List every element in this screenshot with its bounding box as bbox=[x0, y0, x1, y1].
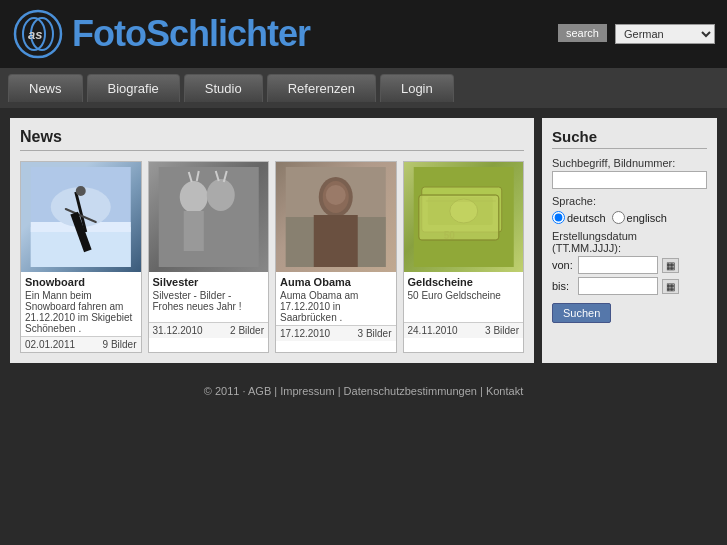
radio-deutsch-label: deutsch bbox=[567, 212, 606, 224]
gallery-thumb-silvester bbox=[149, 162, 269, 272]
svg-point-12 bbox=[179, 181, 207, 213]
gallery-date-obama: 17.12.2010 bbox=[280, 328, 330, 339]
content-wrapper: News Snowboard Ein M bbox=[0, 108, 727, 373]
bis-calendar-icon[interactable]: ▦ bbox=[662, 279, 679, 294]
svg-rect-23 bbox=[314, 215, 358, 267]
svg-rect-6 bbox=[31, 222, 131, 232]
logo-area: as FotoSchlichter bbox=[12, 8, 310, 60]
silvester-thumb-svg bbox=[149, 167, 269, 267]
footer-copyright: © 2011 · bbox=[204, 385, 246, 397]
gallery-count-silvester: 2 Bilder bbox=[230, 325, 264, 336]
footer-link-datenschutz[interactable]: Datenschutzbestimmungen bbox=[344, 385, 477, 397]
nav: News Biografie Studio Referenzen Login bbox=[0, 68, 727, 108]
bis-input[interactable] bbox=[578, 277, 658, 295]
radio-englisch-label: englisch bbox=[627, 212, 667, 224]
gallery-info-snowboard: Snowboard Ein Mann beim Snowboard fahren… bbox=[21, 272, 141, 336]
search-input[interactable] bbox=[552, 171, 707, 189]
suchen-button[interactable]: Suchen bbox=[552, 303, 611, 323]
gallery-desc-silvester: Silvester - Bilder - Frohes neues Jahr ! bbox=[153, 290, 265, 312]
svg-text:as: as bbox=[28, 27, 42, 42]
logo-part2: Schlichter bbox=[146, 13, 310, 54]
footer-link-impressum[interactable]: Impressum bbox=[280, 385, 334, 397]
gallery-count-geldscheine: 3 Bilder bbox=[485, 325, 519, 336]
nav-item-studio[interactable]: Studio bbox=[184, 74, 263, 102]
gallery-thumb-obama bbox=[276, 162, 396, 272]
header: as FotoSchlichter search German English bbox=[0, 0, 727, 68]
gallery-desc-geldscheine: 50 Euro Geldscheine bbox=[408, 290, 520, 301]
gallery-item-snowboard[interactable]: Snowboard Ein Mann beim Snowboard fahren… bbox=[20, 161, 142, 353]
gallery-info-silvester: Silvester Silvester - Bilder - Frohes ne… bbox=[149, 272, 269, 322]
gallery-desc-obama: Auma Obama am 17.12.2010 in Saarbrücken … bbox=[280, 290, 392, 323]
footer-link-agb[interactable]: AGB bbox=[248, 385, 271, 397]
gallery-desc-snowboard: Ein Mann beim Snowboard fahren am 21.12.… bbox=[25, 290, 137, 334]
svg-rect-15 bbox=[208, 211, 232, 251]
gallery-footer-snowboard: 02.01.2011 9 Bilder bbox=[21, 336, 141, 352]
gallery-thumb-geldscheine: 50 bbox=[404, 162, 524, 272]
date-von-row: von: ▦ bbox=[552, 256, 707, 274]
obama-thumb-svg bbox=[276, 167, 396, 267]
svg-rect-5 bbox=[31, 227, 131, 267]
date-bis-row: bis: ▦ bbox=[552, 277, 707, 295]
svg-rect-32 bbox=[418, 195, 498, 240]
header-right: search German English bbox=[558, 24, 715, 44]
logo-icon: as bbox=[12, 8, 64, 60]
gallery-info-geldscheine: Geldscheine 50 Euro Geldscheine bbox=[404, 272, 524, 322]
gallery-date-silvester: 31.12.2010 bbox=[153, 325, 203, 336]
nav-item-referenzen[interactable]: Referenzen bbox=[267, 74, 376, 102]
gallery-footer-obama: 17.12.2010 3 Bilder bbox=[276, 325, 396, 341]
svg-point-9 bbox=[76, 186, 86, 196]
gallery-title-geldscheine: Geldscheine bbox=[408, 276, 520, 288]
snowboard-thumb-svg bbox=[21, 167, 141, 267]
gallery-item-obama[interactable]: Auma Obama Auma Obama am 17.12.2010 in S… bbox=[275, 161, 397, 353]
section-title: News bbox=[20, 128, 524, 151]
gallery-grid: Snowboard Ein Mann beim Snowboard fahren… bbox=[20, 161, 524, 353]
gallery-info-obama: Auma Obama Auma Obama am 17.12.2010 in S… bbox=[276, 272, 396, 325]
gallery-title-obama: Auma Obama bbox=[280, 276, 392, 288]
gallery-footer-geldscheine: 24.11.2010 3 Bilder bbox=[404, 322, 524, 338]
radio-englisch[interactable]: englisch bbox=[612, 211, 667, 224]
von-calendar-icon[interactable]: ▦ bbox=[662, 258, 679, 273]
gallery-item-silvester[interactable]: Silvester Silvester - Bilder - Frohes ne… bbox=[148, 161, 270, 353]
bis-label: bis: bbox=[552, 280, 574, 292]
gallery-count-obama: 3 Bilder bbox=[358, 328, 392, 339]
radio-englisch-input[interactable] bbox=[612, 211, 625, 224]
nav-item-biografie[interactable]: Biografie bbox=[87, 74, 180, 102]
language-label: Sprache: bbox=[552, 195, 707, 207]
geld-thumb-svg: 50 bbox=[404, 167, 524, 267]
svg-point-25 bbox=[326, 185, 346, 205]
svg-rect-14 bbox=[183, 211, 203, 251]
svg-point-13 bbox=[206, 179, 234, 211]
sidebar: Suche Suchbegriff, Bildnummer: Sprache: … bbox=[542, 118, 717, 363]
gallery-date-snowboard: 02.01.2011 bbox=[25, 339, 75, 350]
date-label: Erstellungsdatum (TT.MM.JJJJ): bbox=[552, 230, 707, 254]
language-select[interactable]: German English bbox=[615, 24, 715, 44]
gallery-thumb-snowboard bbox=[21, 162, 141, 272]
gallery-count-snowboard: 9 Bilder bbox=[103, 339, 137, 350]
gallery-item-geldscheine[interactable]: 50 Geldscheine 50 Euro Geldscheine 24.11… bbox=[403, 161, 525, 353]
main-content: News Snowboard Ein M bbox=[10, 118, 534, 363]
gallery-title-snowboard: Snowboard bbox=[25, 276, 137, 288]
footer-link-kontakt[interactable]: Kontakt bbox=[486, 385, 523, 397]
search-label: Suchbegriff, Bildnummer: bbox=[552, 157, 707, 169]
gallery-title-silvester: Silvester bbox=[153, 276, 265, 288]
nav-item-login[interactable]: Login bbox=[380, 74, 454, 102]
gallery-date-geldscheine: 24.11.2010 bbox=[408, 325, 458, 336]
footer: © 2011 · AGB | Impressum | Datenschutzbe… bbox=[0, 373, 727, 409]
von-input[interactable] bbox=[578, 256, 658, 274]
radio-deutsch-input[interactable] bbox=[552, 211, 565, 224]
gallery-footer-silvester: 31.12.2010 2 Bilder bbox=[149, 322, 269, 338]
radio-deutsch[interactable]: deutsch bbox=[552, 211, 606, 224]
sidebar-title: Suche bbox=[552, 128, 707, 149]
logo-text: FotoSchlichter bbox=[72, 13, 310, 55]
nav-item-news[interactable]: News bbox=[8, 74, 83, 102]
search-button[interactable]: search bbox=[558, 24, 607, 42]
von-label: von: bbox=[552, 259, 574, 271]
logo-part1: Foto bbox=[72, 13, 146, 54]
language-radio-group: deutsch englisch bbox=[552, 211, 707, 224]
